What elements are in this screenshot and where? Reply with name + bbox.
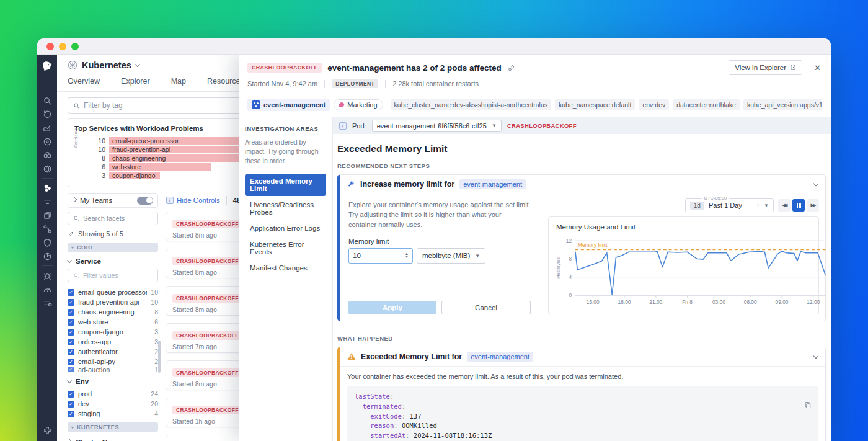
watchdog-icon[interactable] xyxy=(43,148,52,162)
checkbox-checked[interactable]: ✓ xyxy=(68,391,74,398)
investigation-area-item[interactable]: Liveness/Readiness Probes xyxy=(245,197,326,220)
zoom-window-button[interactable] xyxy=(71,43,79,50)
checkbox-checked[interactable]: ✓ xyxy=(68,359,74,365)
checkbox-checked[interactable]: ✓ xyxy=(68,339,74,345)
facet-row[interactable]: ✓ staging 4 xyxy=(68,409,158,419)
chevron-down-icon[interactable]: ▼ xyxy=(764,203,769,208)
facet-row[interactable]: ✓ email-api-py 2 xyxy=(68,357,158,367)
facet-row[interactable]: ✓ authenticator 2 xyxy=(68,347,158,357)
filter-values-placeholder: Filter values xyxy=(83,272,118,279)
investigation-area-item[interactable]: Exceeded Memory Limit xyxy=(245,174,326,196)
synthetics-icon[interactable] xyxy=(43,282,52,296)
facet-row[interactable]: ✓ fraud-prevention-api 10 xyxy=(68,297,158,307)
facet-row[interactable]: ✓ web-store 6 xyxy=(68,317,158,327)
investigation-area-item[interactable]: Application Error Logs xyxy=(245,221,326,236)
monitors-icon[interactable] xyxy=(43,249,52,263)
pause-button[interactable] xyxy=(792,199,805,212)
facet-row[interactable]: ✓ chaos-engineering 8 xyxy=(68,307,158,317)
investigation-area-item[interactable]: Manifest Changes xyxy=(245,261,326,275)
memory-limit-input[interactable]: 10 ▲▼ xyxy=(348,248,413,264)
facet-scrollbar[interactable] xyxy=(158,341,161,373)
filter-values-input[interactable]: Filter values xyxy=(68,269,158,282)
facet-row[interactable]: ✓ email-queue-processor 10 xyxy=(68,287,158,297)
tab[interactable]: Overview xyxy=(68,76,100,91)
time-range-short[interactable]: 1d xyxy=(690,202,704,210)
checkbox-checked[interactable]: ✓ xyxy=(68,289,74,296)
tag-chip[interactable]: datacenter:northlake xyxy=(673,99,740,110)
chevron-down-icon[interactable] xyxy=(813,181,818,186)
history-icon[interactable] xyxy=(43,107,52,121)
checkbox-checked[interactable]: ✓ xyxy=(68,401,74,408)
logs-icon[interactable] xyxy=(43,195,52,208)
search-facets-input[interactable]: Search facets xyxy=(68,212,158,225)
link-icon[interactable] xyxy=(507,64,515,72)
infrastructure-icon[interactable] xyxy=(43,162,52,176)
checkbox-checked[interactable]: ✓ xyxy=(68,349,74,355)
datadog-logo-icon[interactable] xyxy=(42,59,53,76)
llm-observability-icon[interactable] xyxy=(43,296,52,310)
facet-row[interactable]: ✓ ad-auction 1 xyxy=(68,367,158,372)
security-icon[interactable] xyxy=(43,236,52,249)
service-chip[interactable]: event-management xyxy=(247,99,330,111)
checkbox-checked[interactable]: ✓ xyxy=(68,367,74,372)
facet-row[interactable]: ✓ coupon-django 3 xyxy=(68,327,158,337)
env-group-header[interactable]: Env xyxy=(68,378,158,385)
search-icon[interactable] xyxy=(43,94,52,107)
ci-icon[interactable] xyxy=(43,208,52,222)
dashboards-icon[interactable] xyxy=(43,121,52,135)
facet-group-header[interactable]: Cluster Name xyxy=(68,439,158,441)
env-facet-list: ✓ prod 24 ✓ dev 20 ✓ staging 4 xyxy=(68,389,158,419)
collapse-panel-icon[interactable]: ⟨ xyxy=(339,122,347,130)
core-section-band[interactable]: CORE xyxy=(68,243,158,252)
time-range-picker[interactable]: UTC-05:00 1d Past 1 Day ⟙ ▼ xyxy=(685,198,774,212)
pin-icon[interactable]: ⟙ xyxy=(756,202,760,209)
tag-chip[interactable]: kube_cluster_name:dev-aks-shopist-a-nort… xyxy=(391,99,551,110)
checkbox-checked[interactable]: ✓ xyxy=(68,411,74,417)
investigation-area-item[interactable]: Kubernetes Error Events xyxy=(245,237,326,259)
my-teams-switch[interactable] xyxy=(137,197,153,205)
bug-icon[interactable] xyxy=(43,269,52,282)
facet-row[interactable]: ✓ dev 20 xyxy=(68,399,158,409)
checkbox-checked[interactable]: ✓ xyxy=(68,329,74,336)
containers-icon[interactable] xyxy=(43,181,52,195)
hide-controls-button[interactable]: ⟨ Hide Controls xyxy=(166,197,220,204)
filter-by-tag-placeholder: Filter by tag xyxy=(84,101,123,110)
close-window-button[interactable] xyxy=(46,43,54,50)
rewind-button[interactable]: ◀◀ xyxy=(778,199,790,212)
my-teams-toggle-row[interactable]: My Teams xyxy=(68,193,158,208)
pod-select[interactable]: event-management-6f6f5f58c6-ctf25 ▼ xyxy=(372,120,502,132)
chevron-down-icon[interactable] xyxy=(813,354,818,359)
number-stepper[interactable]: ▲▼ xyxy=(405,252,409,259)
checkbox-checked[interactable]: ✓ xyxy=(68,319,74,326)
tag-chip[interactable]: kube_api_version:apps/v1 xyxy=(743,99,822,110)
facet-row[interactable]: ✓ prod 24 xyxy=(68,389,158,399)
forward-button[interactable]: ▶▶ xyxy=(807,199,819,212)
facet-label: prod xyxy=(78,390,147,398)
unit-select[interactable]: mebibyte (MiB) ▼ xyxy=(417,248,485,264)
tab[interactable]: Map xyxy=(171,76,186,91)
copy-icon[interactable] xyxy=(804,401,812,409)
minimize-window-button[interactable] xyxy=(59,43,66,50)
remediation-card-header[interactable]: Increase memory limit for event-manageme… xyxy=(340,175,825,194)
kubernetes-section-band[interactable]: KUBERNETES xyxy=(68,422,158,432)
tab[interactable]: Explorer xyxy=(121,76,150,91)
chevron-down-icon[interactable] xyxy=(135,62,140,67)
service-chip[interactable]: event-management xyxy=(459,179,526,189)
team-chip[interactable]: Marketing xyxy=(334,99,383,110)
service-map-icon[interactable] xyxy=(43,222,52,236)
integrations-icon[interactable] xyxy=(43,424,52,441)
service-group-header[interactable]: Service xyxy=(68,257,158,265)
tag-chip[interactable]: kube_namespace:default xyxy=(555,99,635,110)
apply-button[interactable]: Apply xyxy=(348,301,436,314)
facet-row[interactable]: ✓ orders-app 3 xyxy=(68,337,158,347)
close-panel-icon[interactable]: ✕ xyxy=(814,63,821,73)
service-chip[interactable]: event-management xyxy=(467,352,533,362)
checkbox-checked[interactable]: ✓ xyxy=(68,299,74,306)
showing-facets-row[interactable]: Showing 5 of 5 xyxy=(68,230,158,238)
cancel-button[interactable]: Cancel xyxy=(441,301,531,314)
apm-icon[interactable] xyxy=(43,135,52,148)
checkbox-checked[interactable]: ✓ xyxy=(68,309,74,316)
tag-chip[interactable]: env:dev xyxy=(639,99,669,110)
view-in-explorer-button[interactable]: View in Explorer xyxy=(728,60,802,75)
what-happened-header[interactable]: Exceeded Memory Limit for event-manageme… xyxy=(340,347,825,367)
